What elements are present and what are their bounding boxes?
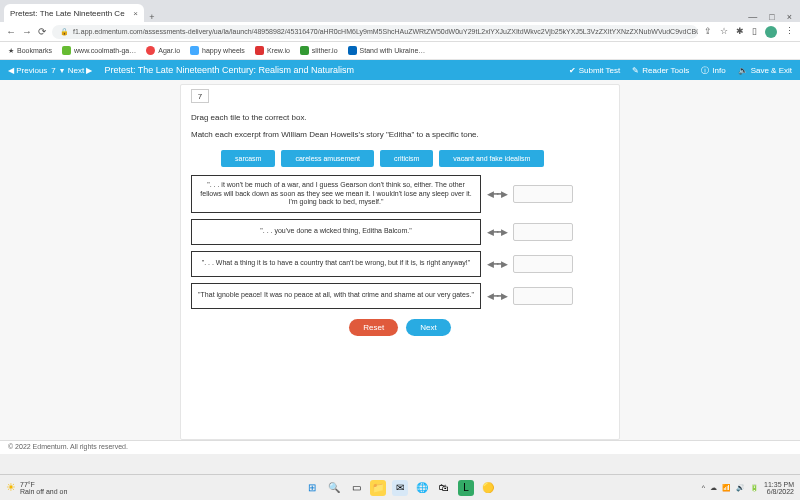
page-footer: © 2022 Edmentum. All rights reserved. bbox=[0, 440, 800, 454]
arrow-icon: ◀━━▶ bbox=[487, 291, 507, 301]
back-icon[interactable]: ← bbox=[6, 26, 16, 37]
address-bar: ← → ⟳ 🔒 f1.app.edmentum.com/assessments-… bbox=[0, 22, 800, 42]
arrow-icon: ◀━━▶ bbox=[487, 259, 507, 269]
drag-tile[interactable]: sarcasm bbox=[221, 150, 275, 167]
drag-tile[interactable]: criticism bbox=[380, 150, 433, 167]
site-icon bbox=[62, 46, 71, 55]
mail-icon[interactable]: ✉ bbox=[392, 480, 408, 496]
wifi-icon[interactable]: 📶 bbox=[722, 484, 731, 492]
windows-taskbar: ☀ 77°F Rain off and on ⊞ 🔍 ▭ 📁 ✉ 🌐 🛍 L 🟡… bbox=[0, 474, 800, 500]
chrome-icon[interactable]: 🟡 bbox=[480, 480, 496, 496]
next-button[interactable]: Next ▶ bbox=[68, 66, 93, 75]
new-tab-button[interactable]: + bbox=[144, 12, 160, 22]
weather-condition: Rain off and on bbox=[20, 488, 67, 495]
app-icon[interactable]: L bbox=[458, 480, 474, 496]
share-icon[interactable]: ⇪ bbox=[704, 26, 712, 38]
reset-button[interactable]: Reset bbox=[349, 319, 398, 336]
drop-target[interactable] bbox=[513, 185, 573, 203]
weather-widget[interactable]: ☀ 77°F Rain off and on bbox=[6, 481, 67, 495]
close-window-icon[interactable]: × bbox=[787, 12, 792, 22]
forward-icon[interactable]: → bbox=[22, 26, 32, 37]
question-counter[interactable]: 7 bbox=[51, 66, 55, 75]
volume-icon[interactable]: 🔊 bbox=[736, 484, 745, 492]
instruction-text: Drag each tile to the correct box. bbox=[191, 113, 609, 122]
match-row: ". . . you've done a wicked thing, Edith… bbox=[191, 219, 609, 245]
chevron-up-icon[interactable]: ^ bbox=[702, 484, 705, 491]
bookmark-item[interactable]: Krew.io bbox=[255, 46, 290, 55]
close-icon[interactable]: × bbox=[133, 9, 138, 18]
bookmarks-bar: ★Bookmarks www.coolmath-ga… Agar.io happ… bbox=[0, 42, 800, 60]
content-area: 7 Drag each tile to the correct box. Mat… bbox=[0, 80, 800, 440]
next-button[interactable]: Next bbox=[406, 319, 450, 336]
task-view-icon[interactable]: ▭ bbox=[348, 480, 364, 496]
bookmark-item[interactable]: ★Bookmarks bbox=[8, 47, 52, 55]
tab-title: Pretest: The Late Nineteenth Ce bbox=[10, 9, 125, 18]
match-row: ". . . What a thing it is to have a coun… bbox=[191, 251, 609, 277]
submit-test-button[interactable]: ✔ Submit Test bbox=[569, 66, 621, 75]
assessment-header: ◀ Previous 7▾ Next ▶ Pretest: The Late N… bbox=[0, 60, 800, 80]
chevron-down-icon[interactable]: ▾ bbox=[60, 66, 64, 75]
browser-tab[interactable]: Pretest: The Late Nineteenth Ce × bbox=[4, 4, 144, 22]
sun-icon: ☀ bbox=[6, 481, 16, 494]
match-row: "That ignoble peace! It was no peace at … bbox=[191, 283, 609, 309]
extensions-icon[interactable]: ✱ bbox=[736, 26, 744, 38]
excerpt-box: "That ignoble peace! It was no peace at … bbox=[191, 283, 481, 309]
drop-target[interactable] bbox=[513, 287, 573, 305]
save-exit-button[interactable]: 🔈 Save & Exit bbox=[738, 66, 792, 75]
bookmark-item[interactable]: slither.io bbox=[300, 46, 338, 55]
excerpt-box: ". . . it won't be much of a war, and I … bbox=[191, 175, 481, 212]
browser-tab-strip: Pretest: The Late Nineteenth Ce × + — □ … bbox=[0, 0, 800, 22]
taskbar-apps: ⊞ 🔍 ▭ 📁 ✉ 🌐 🛍 L 🟡 bbox=[304, 480, 496, 496]
clock[interactable]: 11:35 PM 6/8/2022 bbox=[764, 481, 794, 495]
button-row: Reset Next bbox=[191, 319, 609, 336]
cloud-icon[interactable]: ☁ bbox=[710, 484, 717, 492]
star-icon: ★ bbox=[8, 47, 14, 55]
match-row: ". . . it won't be much of a war, and I … bbox=[191, 175, 609, 212]
bookmark-item[interactable]: Agar.io bbox=[146, 46, 180, 55]
profile-avatar[interactable] bbox=[765, 26, 777, 38]
time: 11:35 PM bbox=[764, 481, 794, 488]
search-icon[interactable]: 🔍 bbox=[326, 480, 342, 496]
bookmark-item[interactable]: Stand with Ukraine… bbox=[348, 46, 426, 55]
edge-icon[interactable]: 🌐 bbox=[414, 480, 430, 496]
minimize-icon[interactable]: — bbox=[748, 12, 757, 22]
star-icon[interactable]: ☆ bbox=[720, 26, 728, 38]
url-text: f1.app.edmentum.com/assessments-delivery… bbox=[73, 28, 698, 35]
lock-icon: 🔒 bbox=[60, 28, 69, 36]
menu-icon[interactable]: ▯ bbox=[752, 26, 757, 38]
bookmark-item[interactable]: www.coolmath-ga… bbox=[62, 46, 136, 55]
drag-tile[interactable]: vacant and fake idealism bbox=[439, 150, 544, 167]
arrow-icon: ◀━━▶ bbox=[487, 227, 507, 237]
previous-button[interactable]: ◀ Previous bbox=[8, 66, 47, 75]
site-icon bbox=[348, 46, 357, 55]
store-icon[interactable]: 🛍 bbox=[436, 480, 452, 496]
question-card: 7 Drag each tile to the correct box. Mat… bbox=[180, 84, 620, 440]
site-icon bbox=[255, 46, 264, 55]
explorer-icon[interactable]: 📁 bbox=[370, 480, 386, 496]
reload-icon[interactable]: ⟳ bbox=[38, 26, 46, 37]
drag-tile[interactable]: careless amusement bbox=[281, 150, 374, 167]
question-number: 7 bbox=[191, 89, 209, 103]
site-icon bbox=[146, 46, 155, 55]
battery-icon[interactable]: 🔋 bbox=[750, 484, 759, 492]
kebab-icon[interactable]: ⋮ bbox=[785, 26, 794, 38]
site-icon bbox=[190, 46, 199, 55]
window-controls: — □ × bbox=[740, 12, 800, 22]
excerpt-box: ". . . What a thing it is to have a coun… bbox=[191, 251, 481, 277]
system-tray: ^ ☁ 📶 🔊 🔋 11:35 PM 6/8/2022 bbox=[702, 481, 794, 495]
excerpt-box: ". . . you've done a wicked thing, Edith… bbox=[191, 219, 481, 245]
url-input[interactable]: 🔒 f1.app.edmentum.com/assessments-delive… bbox=[52, 25, 698, 39]
temperature: 77°F bbox=[20, 481, 67, 488]
reader-tools-button[interactable]: ✎ Reader Tools bbox=[632, 66, 689, 75]
date: 6/8/2022 bbox=[764, 488, 794, 495]
bookmark-item[interactable]: happy wheels bbox=[190, 46, 245, 55]
arrow-icon: ◀━━▶ bbox=[487, 189, 507, 199]
info-button[interactable]: ⓘ Info bbox=[701, 65, 725, 76]
site-icon bbox=[300, 46, 309, 55]
drop-target[interactable] bbox=[513, 223, 573, 241]
assessment-title: Pretest: The Late Nineteenth Century: Re… bbox=[105, 65, 354, 75]
start-icon[interactable]: ⊞ bbox=[304, 480, 320, 496]
drop-target[interactable] bbox=[513, 255, 573, 273]
prompt-text: Match each excerpt from William Dean How… bbox=[191, 130, 609, 140]
maximize-icon[interactable]: □ bbox=[769, 12, 774, 22]
